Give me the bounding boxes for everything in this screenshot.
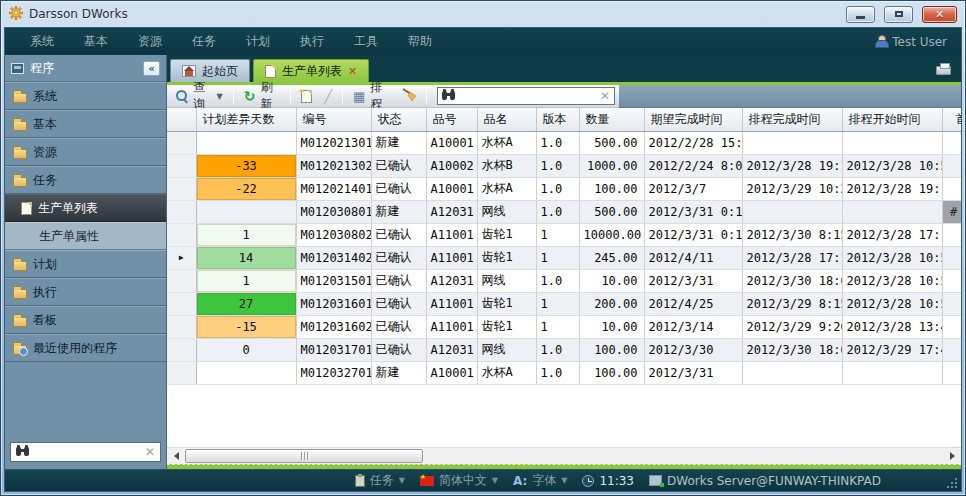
language-menu[interactable]: 简体中文 ▼ [420,472,498,489]
column-header-diff[interactable]: 计划差异天数 [196,108,296,131]
minimize-button[interactable] [846,6,875,23]
user-name: Test User [892,35,947,49]
sidebar-item-label: 生产单列表 [38,200,98,217]
toolbar-search-clear-icon[interactable]: ✕ [600,90,610,102]
table-row[interactable]: -22M012021401已确认A10001水杯A1.0100.002012/3… [167,177,961,200]
table-row[interactable]: ▶14M012031402已确认A11001齿轮11245.002012/4/1… [167,246,961,269]
cell-diff: -15 [196,315,296,338]
maximize-button[interactable] [884,6,913,23]
query-dropdown-icon[interactable]: ▼ [217,92,223,101]
toolbar-search-box[interactable]: ✕ [437,87,615,105]
sidebar-item-2[interactable]: 基本 [5,110,166,138]
font-dropdown-icon[interactable]: ▼ [561,476,567,485]
cell-diff: 14 [196,246,296,269]
table-row[interactable]: -33M012021302已确认A10002水杯B1.01000.002012/… [167,154,961,177]
column-header-name[interactable]: 品名 [477,108,536,131]
cell-diff [196,131,296,154]
table-header-row: 计划差异天数编号状态品号品名版本数量期望完成时间排程完成时间排程开始时间首 [167,108,961,131]
cell-order-no: M012021401 [296,177,371,200]
cell-sched-end: 2012/3/28 17:13 [742,246,842,269]
sidebar-item-label: 执行 [33,284,57,301]
time-value: 11:33 [599,474,634,488]
cell-sched-start: 2012/3/28 10:52 [842,154,942,177]
sidebar-item-label: 计划 [33,256,57,273]
tab-production-order-list[interactable]: 生产单列表 ✕ [253,59,369,82]
task-menu[interactable]: 任务 ▼ [355,472,405,489]
user-icon [875,35,887,48]
tab-close-icon[interactable]: ✕ [348,66,357,77]
table-row[interactable]: 1M012030802已确认A11001齿轮1110000.002012/3/3… [167,223,961,246]
column-header-due[interactable]: 期望完成时间 [644,108,742,131]
column-header-extra[interactable]: 首 [942,108,961,131]
cell-diff: 27 [196,292,296,315]
sidebar-item-4[interactable]: 任务 [5,166,166,194]
edit-button[interactable]: ╱ [319,86,337,107]
sidebar-item-8[interactable]: 执行 [5,278,166,306]
cell-diff: -33 [196,154,296,177]
table-row[interactable]: 0M012031701已确认A12031网线1.0100.002012/3/30… [167,338,961,361]
cell-sched-start: 2012/3/28 17:13 [842,223,942,246]
sidebar-item-3[interactable]: 资源 [5,138,166,166]
close-button[interactable]: ✕ [922,6,957,23]
column-header-qty[interactable]: 数量 [579,108,644,131]
table-row[interactable]: 27M012031601已确认A11001齿轮11200.002012/4/25… [167,292,961,315]
sidebar-item-5[interactable]: 生产单列表 [5,194,166,222]
schedule-button[interactable]: ▦ 排程 [348,86,395,107]
sidebar-item-9[interactable]: 看板 [5,306,166,334]
cell-sched-end [742,200,842,223]
menu-item-4[interactable]: 任务 [177,28,231,55]
column-header-itemno[interactable]: 品号 [426,108,477,131]
sidebar-search-input[interactable] [34,444,140,460]
menu-item-2[interactable]: 基本 [69,28,123,55]
printer-icon[interactable] [936,66,951,75]
row-selector-cell [167,154,196,177]
column-header-status[interactable]: 状态 [371,108,426,131]
cell-item-no: A11001 [426,292,477,315]
scroll-left-icon[interactable] [168,448,184,464]
menu-item-5[interactable]: 计划 [231,28,285,55]
font-menu[interactable]: A: 字体 ▼ [513,472,567,489]
cell-version: 1.0 [536,154,579,177]
column-header-schedstart[interactable]: 排程开始时间 [842,108,942,131]
column-header-schedend[interactable]: 排程完成时间 [742,108,842,131]
sidebar-search-clear-icon[interactable]: ✕ [145,446,155,458]
sidebar-collapse-button[interactable]: « [143,61,160,76]
menu-item-8[interactable]: 帮助 [393,28,447,55]
column-header-no[interactable]: 编号 [296,108,371,131]
tab-home[interactable]: 起始页 [170,59,250,82]
toolbar-search-input[interactable] [460,88,595,104]
language-label: 简体中文 [439,472,487,489]
cell-extra [942,177,961,200]
sidebar-search-box[interactable]: ✕ [10,442,161,462]
horizontal-scrollbar[interactable] [167,447,961,464]
table-row[interactable]: M012032701新建A10001水杯A1.0100.002012/3/31 [167,361,961,384]
scroll-right-icon[interactable] [944,448,960,464]
query-button[interactable]: 查询 ▼ [171,86,228,107]
table-row[interactable]: M012021301新建A10001水杯A1.0500.002012/2/28 … [167,131,961,154]
language-dropdown-icon[interactable]: ▼ [492,476,498,485]
sidebar-item-6[interactable]: 生产单属性 [5,222,166,250]
cell-order-no: M012030802 [296,223,371,246]
folder-icon [13,261,27,271]
table-row[interactable]: 1M012031501已确认A12031网线1.010.002012/3/312… [167,269,961,292]
scrollbar-thumb[interactable] [185,449,423,463]
current-user: Test User [875,35,951,49]
row-selector-cell [167,269,196,292]
menu-item-6[interactable]: 执行 [285,28,339,55]
table-row[interactable]: -15M012031602已确认A11001齿轮1110.002012/3/14… [167,315,961,338]
menu-item-3[interactable]: 资源 [123,28,177,55]
table-row[interactable]: M012030801新建A12031网线1.0500.002012/3/31 0… [167,200,961,223]
sidebar-item-7[interactable]: 计划 [5,250,166,278]
refresh-button[interactable]: ↻ 刷新 [239,86,285,107]
clean-button[interactable] [397,86,421,107]
new-button[interactable]: ✦ [296,86,317,107]
task-dropdown-icon[interactable]: ▼ [399,476,405,485]
menu-item-1[interactable]: 系统 [15,28,69,55]
cell-quantity: 500.00 [579,131,644,154]
menu-item-7[interactable]: 工具 [339,28,393,55]
sidebar-item-1[interactable]: 系统 [5,82,166,110]
column-header-ver[interactable]: 版本 [536,108,579,131]
sidebar-item-10[interactable]: 最近使用的程序 [5,334,166,362]
resize-grip[interactable] [947,478,957,488]
cell-extra [942,131,961,154]
